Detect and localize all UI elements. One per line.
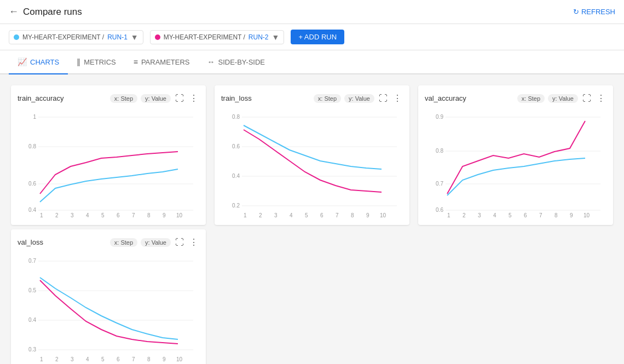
y-axis-badge-train-accuracy: y: Value: [141, 94, 171, 103]
header: ← Compare runs ↻ REFRESH: [0, 0, 624, 24]
x-axis-badge-val-accuracy: x: Step: [517, 94, 545, 103]
svg-text:0.4: 0.4: [232, 173, 240, 179]
back-button[interactable]: ←: [9, 6, 19, 18]
charts-grid-bottom: val_loss x: Step y: Value ⛶ ⋮ 0.7 0.5 0.…: [0, 229, 624, 364]
chart-area-train-loss: 0.8 0.6 0.4 0.2 1 2 3 4 5 6 7 8 9 10: [221, 109, 403, 218]
run-experiment-1: MY-HEART-EXPERIMENT /: [22, 33, 104, 41]
y-axis-badge-train-loss: y: Value: [344, 94, 374, 103]
svg-text:7: 7: [132, 356, 135, 362]
y-axis-badge-val-loss: y: Value: [141, 238, 171, 247]
svg-text:3: 3: [71, 356, 74, 362]
chart-val-loss: val_loss x: Step y: Value ⛶ ⋮ 0.7 0.5 0.…: [11, 229, 206, 364]
tab-metrics[interactable]: ‖ METRICS: [68, 50, 125, 74]
svg-text:10: 10: [176, 212, 183, 218]
refresh-button[interactable]: ↻ REFRESH: [573, 8, 615, 16]
more-options-button-val-loss[interactable]: ⋮: [188, 236, 199, 249]
tabs: 📈 CHARTS ‖ METRICS ≡ PARAMETERS ↔ SIDE-B…: [0, 50, 624, 74]
svg-text:0.6: 0.6: [28, 181, 36, 187]
chart-val-accuracy: val_accuracy x: Step y: Value ⛶ ⋮ 0.9 0.…: [418, 85, 613, 225]
add-run-button[interactable]: + ADD RUN: [291, 30, 344, 44]
svg-text:10: 10: [176, 356, 183, 362]
svg-text:0.9: 0.9: [436, 114, 443, 120]
charts-grid-top: train_accuracy x: Step y: Value ⛶ ⋮ 1 0.…: [0, 74, 624, 229]
expand-button-train-accuracy[interactable]: ⛶: [174, 93, 185, 105]
svg-text:5: 5: [305, 212, 308, 218]
run-dot-2: [155, 34, 160, 40]
svg-text:2: 2: [55, 356, 59, 362]
chevron-down-icon-1: ▼: [131, 33, 138, 42]
chart-area-train-accuracy: 1 0.8 0.6 0.4 1 2 3 4 5 6 7 8 9 10: [18, 109, 199, 218]
svg-text:0.5: 0.5: [28, 287, 36, 293]
run-name-2: RUN-2: [249, 33, 269, 41]
metrics-icon: ‖: [77, 57, 80, 66]
chart-header-train-accuracy: train_accuracy x: Step y: Value ⛶ ⋮: [18, 92, 199, 105]
tab-charts-label: CHARTS: [30, 58, 59, 66]
charts-icon: 📈: [18, 57, 27, 66]
svg-text:9: 9: [163, 212, 166, 218]
chart-area-val-loss: 0.7 0.5 0.4 0.3 1 2 3 4 5 6 7 8 9 10: [18, 253, 199, 362]
more-options-button-train-accuracy[interactable]: ⋮: [188, 92, 199, 105]
chart-controls-train-accuracy: x: Step y: Value ⛶ ⋮: [110, 92, 199, 105]
svg-text:2: 2: [463, 212, 466, 218]
svg-text:9: 9: [570, 212, 573, 218]
chart-svg-val-loss: 0.7 0.5 0.4 0.3 1 2 3 4 5 6 7 8 9 10: [18, 253, 199, 362]
svg-text:4: 4: [493, 212, 496, 218]
svg-text:0.8: 0.8: [28, 143, 36, 149]
svg-text:3: 3: [274, 212, 278, 218]
tab-side-by-side[interactable]: ↔ SIDE-BY-SIDE: [199, 50, 274, 74]
chart-svg-train-loss: 0.8 0.6 0.4 0.2 1 2 3 4 5 6 7 8 9 10: [221, 109, 403, 218]
svg-text:6: 6: [320, 212, 323, 218]
chart-header-train-loss: train_loss x: Step y: Value ⛶ ⋮: [221, 92, 403, 105]
tab-parameters-label: PARAMETERS: [141, 58, 190, 66]
svg-text:1: 1: [40, 212, 43, 218]
tab-parameters[interactable]: ≡ PARAMETERS: [125, 50, 199, 74]
svg-text:1: 1: [244, 212, 247, 218]
more-options-button-val-accuracy[interactable]: ⋮: [596, 92, 606, 105]
svg-text:0.6: 0.6: [232, 143, 240, 149]
run-chip-2[interactable]: MY-HEART-EXPERIMENT / RUN-2 ▼: [150, 30, 285, 44]
svg-text:3: 3: [71, 212, 74, 218]
svg-text:1: 1: [447, 212, 450, 218]
run-chip-1[interactable]: MY-HEART-EXPERIMENT / RUN-1 ▼: [9, 30, 143, 44]
svg-text:9: 9: [163, 356, 166, 362]
x-axis-badge-train-loss: x: Step: [314, 94, 341, 103]
chart-controls-val-loss: x: Step y: Value ⛶ ⋮: [110, 236, 199, 249]
chart-title-val-accuracy: val_accuracy: [425, 94, 466, 102]
chart-title-train-loss: train_loss: [221, 94, 252, 102]
chart-title-train-accuracy: train_accuracy: [18, 94, 64, 102]
svg-text:0.8: 0.8: [232, 114, 240, 120]
chart-train-loss: train_loss x: Step y: Value ⛶ ⋮ 0.8 0.6 …: [215, 85, 409, 225]
svg-text:2: 2: [55, 212, 59, 218]
run-bar: MY-HEART-EXPERIMENT / RUN-1 ▼ MY-HEART-E…: [0, 24, 624, 50]
svg-text:6: 6: [117, 356, 120, 362]
svg-text:5: 5: [509, 212, 512, 218]
chart-controls-val-accuracy: x: Step y: Value ⛶ ⋮: [517, 92, 606, 105]
refresh-icon: ↻: [573, 8, 579, 16]
svg-text:0.2: 0.2: [232, 203, 240, 209]
svg-text:6: 6: [524, 212, 527, 218]
x-axis-badge-val-loss: x: Step: [110, 238, 137, 247]
side-by-side-icon: ↔: [207, 57, 215, 66]
more-options-button-train-loss[interactable]: ⋮: [392, 92, 403, 105]
svg-text:8: 8: [147, 356, 151, 362]
expand-button-train-loss[interactable]: ⛶: [378, 93, 389, 105]
run-dot-1: [14, 34, 19, 40]
svg-text:8: 8: [554, 212, 558, 218]
svg-text:3: 3: [478, 212, 481, 218]
chevron-down-icon-2: ▼: [272, 33, 280, 42]
svg-text:0.4: 0.4: [28, 207, 36, 213]
chart-header-val-accuracy: val_accuracy x: Step y: Value ⛶ ⋮: [425, 92, 606, 105]
chart-svg-train-accuracy: 1 0.8 0.6 0.4 1 2 3 4 5 6 7 8 9 10: [18, 109, 199, 218]
expand-button-val-accuracy[interactable]: ⛶: [581, 93, 592, 105]
expand-button-val-loss[interactable]: ⛶: [174, 236, 185, 249]
chart-train-accuracy: train_accuracy x: Step y: Value ⛶ ⋮ 1 0.…: [11, 85, 206, 225]
svg-text:2: 2: [259, 212, 262, 218]
chart-header-val-loss: val_loss x: Step y: Value ⛶ ⋮: [18, 236, 199, 249]
svg-text:10: 10: [583, 212, 590, 218]
svg-text:1: 1: [33, 114, 36, 120]
tab-charts[interactable]: 📈 CHARTS: [9, 50, 68, 74]
run-experiment-2: MY-HEART-EXPERIMENT /: [164, 33, 245, 41]
x-axis-badge-train-accuracy: x: Step: [110, 94, 137, 103]
add-run-label: + ADD RUN: [298, 33, 337, 41]
tab-side-by-side-label: SIDE-BY-SIDE: [218, 58, 265, 66]
